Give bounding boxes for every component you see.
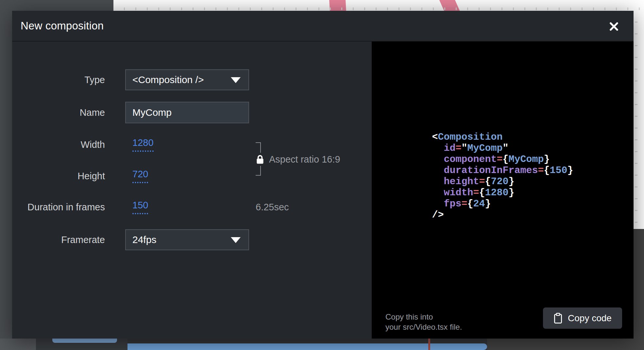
timeline-sidebar-edge [0,339,36,350]
height-label: Height [12,171,105,182]
height-row: Height 720 [12,166,249,186]
close-button[interactable] [607,20,620,33]
app-background-topleft [0,0,113,11]
framerate-row: Framerate 24fps [12,229,249,250]
code-block: <Composition id="MyComp" component={MyCo… [432,131,573,220]
app-background-bottomright [487,339,644,350]
caret-down-icon [231,237,241,243]
type-label: Type [12,75,105,85]
new-composition-dialog: New composition Type <Composition /> [12,11,634,339]
framerate-label: Framerate [12,235,105,245]
app-background-right [634,229,644,339]
preview-canvas-edge-right [634,11,644,229]
name-row: Name [12,102,249,123]
lock-icon [255,153,265,166]
name-input[interactable] [125,102,249,123]
width-label: Width [12,139,105,150]
copy-hint: Copy this into your src/Video.tsx file. [385,312,462,332]
code-preview-panel: <Composition id="MyComp" component={MyCo… [372,42,634,339]
width-value-input[interactable]: 1280 [132,137,154,152]
duration-label: Duration in frames [12,202,105,213]
timeline-track-bar [127,343,487,350]
preview-artwork-stroke [329,0,346,11]
type-row: Type <Composition /> [12,69,249,90]
clipboard-icon [553,313,563,324]
preview-artwork-stroke [439,0,460,11]
height-value-input[interactable]: 720 [132,169,148,183]
caret-down-icon [231,77,241,83]
preview-canvas-edge-top [113,0,644,11]
timeline-button-edge [52,339,117,343]
copy-hint-line1: Copy this into [385,312,462,322]
duration-seconds-label: 6.25sec [256,197,289,218]
copy-code-button[interactable]: Copy code [543,307,622,329]
dialog-title: New composition [21,20,104,32]
width-row: Width 1280 [12,134,249,155]
copy-code-button-label: Copy code [568,313,612,324]
type-select[interactable]: <Composition /> [125,69,249,90]
duration-value-input[interactable]: 150 [132,200,148,214]
copy-hint-line2: your src/Video.tsx file. [385,322,462,332]
timeline-playhead [428,339,430,350]
framerate-select[interactable]: 24fps [125,229,249,250]
close-icon [609,21,619,32]
name-label: Name [12,107,105,118]
aspect-ratio-label: Aspect ratio 16:9 [269,154,340,165]
dialog-titlebar: New composition [12,11,634,42]
composition-form-panel: Type <Composition /> Name Width 1280 [12,42,372,339]
framerate-select-value: 24fps [132,234,156,245]
app-background-left [0,0,12,339]
type-select-value: <Composition /> [132,74,204,85]
duration-row: Duration in frames 150 [12,197,249,218]
